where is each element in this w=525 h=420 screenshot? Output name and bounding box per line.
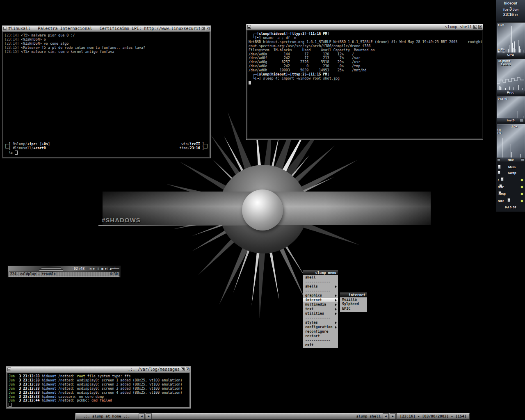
fs-usr-label: /usr (498, 199, 504, 203)
shell-window: slump shell × ┌─[slump@hideout]─[ttyp:2]… (246, 24, 483, 140)
minimize-button[interactable] (247, 25, 251, 29)
maximize-button[interactable] (473, 25, 477, 29)
swap-krell[interactable] (498, 171, 500, 174)
system-monitor-dock: hideout Tue 3 Jun 23:16 07 s 1% u 3% CPU… (495, 0, 525, 212)
menu-item-epic[interactable]: EPIC (340, 306, 367, 311)
minimize-icon (8, 370, 10, 370)
next-window-button[interactable]: ▶ (390, 413, 396, 419)
log-window: .:. /var/log/messages × Jun 3 23:13:33 h… (6, 366, 191, 409)
right-arrow-icon: ▶ (392, 415, 393, 418)
audio-player: -02:48 |◀ ▶ || ■ ▶| ▲ + 224. coldplay - … (7, 265, 121, 278)
fs-usr-krell[interactable] (507, 198, 510, 202)
prev-window-button[interactable]: ◀ (383, 413, 389, 419)
mem-krell[interactable] (498, 165, 501, 169)
track-title: 224. coldplay - trouble (9, 272, 110, 276)
dock-date: Tue 3 Jun (496, 7, 525, 11)
menu-item-restart[interactable]: restart (303, 334, 338, 338)
cpu-label[interactable]: CPU (497, 52, 525, 57)
menu-separator: ------------ (303, 316, 338, 320)
submenu-arrow-icon (335, 304, 337, 306)
hostname: hideout (496, 0, 525, 5)
menu-item-exit[interactable]: exit (303, 343, 338, 347)
slump-menu: slump menu shell ------------ shells ---… (303, 270, 338, 349)
shell-titlebar[interactable]: slump shell × (247, 24, 483, 30)
sshd-count: 0 sshd (498, 97, 507, 100)
menu-item-graphics[interactable]: graphics (303, 293, 338, 298)
play-icon[interactable]: ▶ (92, 267, 96, 270)
workspace-label[interactable]: .:. slump at home .:. (75, 413, 138, 420)
submenu-arrow-icon (335, 308, 337, 310)
submenu-arrow-icon (335, 322, 337, 324)
net-panel-button-left[interactable] (497, 158, 500, 162)
net-panel-button-right[interactable] (521, 158, 524, 162)
menu-item-styles[interactable]: styles (303, 320, 338, 325)
menu-item-shell[interactable]: shell (303, 275, 338, 280)
menu-item-mozilla[interactable]: Mozilla (340, 297, 367, 302)
log-terminal[interactable]: Jun 3 23:13:33 hideout /netbsd: root fil… (7, 372, 190, 408)
fs-root-label: / (498, 178, 499, 182)
irc-line: [23:15] <T5> malware sim, com o kernel a… (5, 50, 208, 54)
fs-tmp-led (521, 193, 523, 195)
mem-label: Mem (508, 165, 516, 169)
toolbar: .:. slump at home .:. ◀ ▶ slump shell ◀ … (75, 413, 470, 420)
menu-separator: ------------ (303, 280, 338, 284)
dock-host-panel[interactable]: hideout Tue 3 Jun 23:16 07 (496, 0, 525, 21)
menu-item-reconfigure[interactable]: reconfigure (303, 329, 338, 334)
submenu-arrow-icon (335, 299, 337, 301)
menu-item-utilities[interactable]: utilities (303, 311, 338, 316)
balance-slider[interactable] (39, 269, 63, 271)
shell-window-title: slump shell (252, 25, 472, 29)
pause-icon[interactable]: || (96, 267, 100, 270)
seek-knob-icon[interactable]: + (114, 266, 116, 270)
desktop: #SHADOWS #linuxall - Palestra Internacio… (0, 0, 525, 420)
menu-item-configuration[interactable]: configuration (303, 325, 338, 329)
dock-clock: 23:16 07 (496, 12, 525, 17)
log-titlebar[interactable]: .:. /var/log/messages × (7, 367, 190, 372)
inet-panel-button[interactable] (520, 119, 524, 122)
menu-item-sylpheed[interactable]: Sylpheed (340, 302, 367, 306)
menu-title: slump menu (303, 270, 338, 275)
swap-label: Swap (508, 171, 516, 175)
menu-item-multimedia[interactable]: multimedia (303, 302, 338, 307)
track-duration: 4:30 (110, 272, 119, 276)
close-button[interactable]: × (206, 27, 210, 30)
submenu-title: internet (340, 292, 367, 297)
irc-input-prompt[interactable]: └> (5, 151, 208, 155)
menu-item-text[interactable]: text (303, 307, 338, 311)
wallpaper-shadows-label: #SHADOWS (102, 217, 141, 224)
close-button[interactable]: × (478, 25, 482, 29)
volume-slider[interactable] (41, 267, 61, 269)
menu-separator: ------------ (303, 289, 338, 293)
net-chart[interactable] (497, 124, 525, 158)
net-label[interactable]: rtk0 (497, 158, 525, 162)
close-icon: × (479, 25, 482, 28)
fs-tmp-label: /tmp (499, 192, 506, 196)
maximize-button[interactable] (181, 368, 185, 371)
toolbar-clock: [23:16] - [03/06/2003] - [154] (396, 413, 470, 420)
menu-item-shells[interactable]: shells (303, 284, 338, 289)
prev-track-icon[interactable]: |◀ (88, 267, 92, 270)
minimize-button[interactable] (7, 368, 11, 371)
menu-item-internet[interactable]: internet (303, 298, 338, 302)
irc-terminal[interactable]: [23:14] <T5> malware pior que 0 :/ [23:1… (3, 32, 210, 158)
proc-label[interactable]: Proc (497, 90, 525, 95)
shell-terminal[interactable]: ┌─[slump@hideout]─[ttyp:2]─[11:15 PM] └[… (247, 30, 482, 139)
stop-icon[interactable]: ■ (100, 267, 104, 270)
proc-count: 35 procs (498, 59, 510, 62)
maximize-button[interactable] (201, 27, 205, 30)
fs-root-krell[interactable] (501, 177, 504, 181)
close-button[interactable]: × (186, 368, 189, 371)
cpu-sys-value: s 1% (498, 23, 504, 26)
minimize-button[interactable] (3, 27, 7, 30)
prev-workspace-button[interactable]: ◀ (139, 413, 145, 419)
maximize-icon (182, 368, 184, 370)
left-arrow-icon: ◀ (141, 415, 142, 418)
net-rx: r 0 (498, 131, 501, 134)
player-time-display[interactable]: -02:48 (71, 267, 85, 271)
next-workspace-button[interactable]: ▶ (146, 413, 152, 419)
irc-titlebar[interactable]: #linuxall - Palestra Internacional - Cer… (2, 26, 210, 32)
close-icon: × (206, 27, 209, 30)
maximize-icon (202, 27, 204, 30)
next-track-icon[interactable]: ▶| (105, 267, 108, 270)
cpu-user-value: u 3% (498, 48, 504, 51)
